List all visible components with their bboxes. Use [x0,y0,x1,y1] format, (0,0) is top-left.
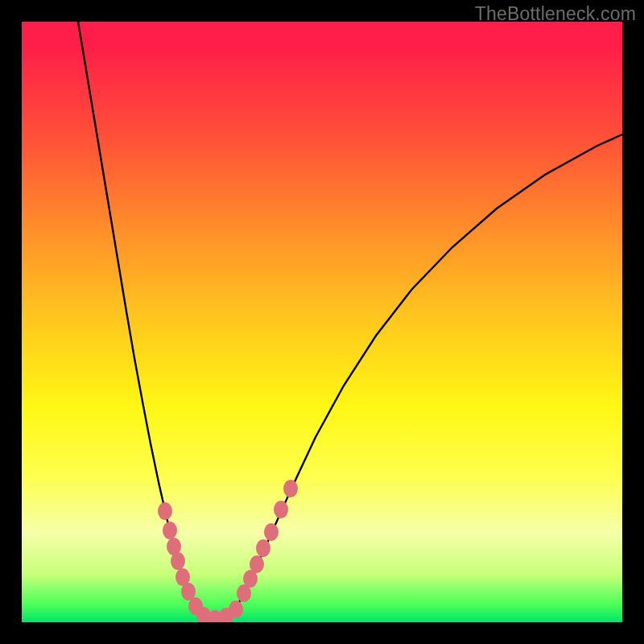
data-marker [274,501,288,518]
data-marker [250,555,264,573]
data-marker [163,522,177,539]
bottleneck-curve [78,22,622,619]
plot-area [22,22,622,622]
data-marker [264,523,279,541]
outer-frame: TheBottleneck.com [0,0,644,644]
curve-group [78,22,622,619]
watermark-text: TheBottleneck.com [475,3,636,25]
data-marker [229,601,243,618]
chart-svg [22,22,622,622]
marker-group [158,480,298,622]
data-marker [283,480,298,497]
data-marker [171,552,185,570]
data-marker [158,502,172,520]
data-marker [256,539,270,557]
